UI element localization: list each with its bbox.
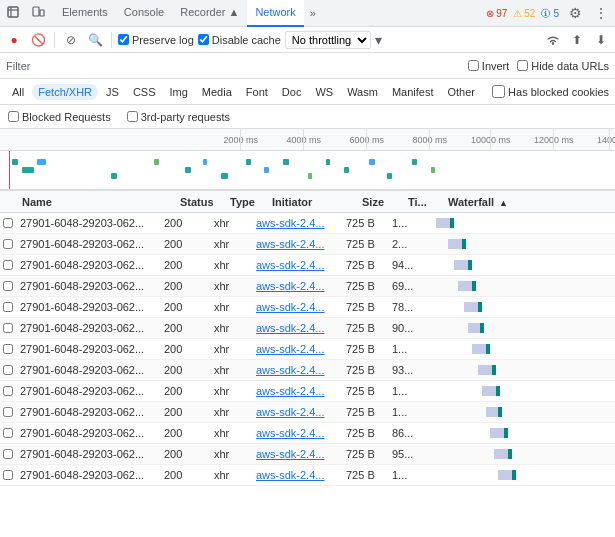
cell-initiator-12[interactable]: aws-sdk-2.4...	[252, 469, 342, 481]
type-filter-all[interactable]: All	[6, 84, 30, 100]
row-select-1[interactable]	[3, 239, 13, 249]
row-select-4[interactable]	[3, 302, 13, 312]
cell-initiator-10[interactable]: aws-sdk-2.4...	[252, 427, 342, 439]
header-status[interactable]: Status	[176, 196, 226, 208]
type-filter-css[interactable]: CSS	[127, 84, 162, 100]
cell-initiator-2[interactable]: aws-sdk-2.4...	[252, 259, 342, 271]
row-checkbox-4[interactable]	[0, 302, 16, 312]
type-filter-ws[interactable]: WS	[309, 84, 339, 100]
table-row[interactable]: 27901-6048-29203-062... 200 xhr aws-sdk-…	[0, 276, 615, 297]
error-badge[interactable]: ⊗ 97	[486, 8, 507, 19]
type-filter-media[interactable]: Media	[196, 84, 238, 100]
filter-input[interactable]	[38, 60, 459, 72]
search-button[interactable]: 🔍	[85, 30, 105, 50]
disable-cache-label[interactable]: Disable cache	[198, 34, 281, 46]
header-time[interactable]: Ti...	[404, 196, 444, 208]
table-row[interactable]: 27901-6048-29203-062... 200 xhr aws-sdk-…	[0, 444, 615, 465]
hide-data-urls-label[interactable]: Hide data URLs	[517, 60, 609, 72]
table-row[interactable]: 27901-6048-29203-062... 200 xhr aws-sdk-…	[0, 297, 615, 318]
row-checkbox-11[interactable]	[0, 449, 16, 459]
cell-initiator-8[interactable]: aws-sdk-2.4...	[252, 385, 342, 397]
blocked-requests-checkbox[interactable]	[8, 111, 19, 122]
type-filter-other[interactable]: Other	[441, 84, 481, 100]
row-checkbox-12[interactable]	[0, 470, 16, 480]
invert-checkbox[interactable]	[468, 60, 479, 71]
preserve-log-label[interactable]: Preserve log	[118, 34, 194, 46]
row-select-7[interactable]	[3, 365, 13, 375]
row-checkbox-7[interactable]	[0, 365, 16, 375]
cell-initiator-6[interactable]: aws-sdk-2.4...	[252, 343, 342, 355]
cell-initiator-0[interactable]: aws-sdk-2.4...	[252, 217, 342, 229]
cell-initiator-1[interactable]: aws-sdk-2.4...	[252, 238, 342, 250]
info-badge[interactable]: 🛈 5	[541, 8, 559, 19]
header-type[interactable]: Type	[226, 196, 268, 208]
invert-label[interactable]: Invert	[468, 60, 510, 72]
preserve-log-checkbox[interactable]	[118, 34, 129, 45]
table-row[interactable]: 27901-6048-29203-062... 200 xhr aws-sdk-…	[0, 381, 615, 402]
row-select-10[interactable]	[3, 428, 13, 438]
cell-initiator-9[interactable]: aws-sdk-2.4...	[252, 406, 342, 418]
disable-cache-checkbox[interactable]	[198, 34, 209, 45]
header-initiator[interactable]: Initiator	[268, 196, 358, 208]
row-select-3[interactable]	[3, 281, 13, 291]
tab-network[interactable]: Network	[247, 0, 303, 27]
row-select-8[interactable]	[3, 386, 13, 396]
upload-icon[interactable]: ⬆	[567, 30, 587, 50]
hide-data-urls-checkbox[interactable]	[517, 60, 528, 71]
filter-toggle-button[interactable]: ⊘	[61, 30, 81, 50]
row-select-9[interactable]	[3, 407, 13, 417]
row-select-0[interactable]	[3, 218, 13, 228]
settings-button[interactable]: ⚙	[565, 3, 585, 23]
tab-elements[interactable]: Elements	[54, 0, 116, 27]
third-party-checkbox[interactable]	[127, 111, 138, 122]
row-checkbox-9[interactable]	[0, 407, 16, 417]
type-filter-doc[interactable]: Doc	[276, 84, 308, 100]
table-row[interactable]: 27901-6048-29203-062... 200 xhr aws-sdk-…	[0, 339, 615, 360]
wifi-icon[interactable]	[543, 30, 563, 50]
table-row[interactable]: 27901-6048-29203-062... 200 xhr aws-sdk-…	[0, 465, 615, 486]
table-row[interactable]: 27901-6048-29203-062... 200 xhr aws-sdk-…	[0, 234, 615, 255]
row-checkbox-1[interactable]	[0, 239, 16, 249]
clear-button[interactable]: 🚫	[28, 30, 48, 50]
type-filter-manifest[interactable]: Manifest	[386, 84, 440, 100]
row-checkbox-6[interactable]	[0, 344, 16, 354]
cell-initiator-7[interactable]: aws-sdk-2.4...	[252, 364, 342, 376]
tab-more[interactable]: »	[304, 7, 322, 19]
type-filter-js[interactable]: JS	[100, 84, 125, 100]
device-toggle-icon[interactable]	[28, 3, 48, 23]
tab-recorder[interactable]: Recorder ▲	[172, 0, 247, 27]
header-name[interactable]: Name	[16, 196, 176, 208]
table-row[interactable]: 27901-6048-29203-062... 200 xhr aws-sdk-…	[0, 213, 615, 234]
row-select-5[interactable]	[3, 323, 13, 333]
type-filter-fetch/xhr[interactable]: Fetch/XHR	[32, 84, 98, 100]
download-icon[interactable]: ⬇	[591, 30, 611, 50]
type-filter-wasm[interactable]: Wasm	[341, 84, 384, 100]
tab-console[interactable]: Console	[116, 0, 172, 27]
warning-badge[interactable]: ⚠ 52	[513, 8, 535, 19]
throttle-select[interactable]: No throttling	[285, 31, 371, 49]
row-checkbox-5[interactable]	[0, 323, 16, 333]
table-row[interactable]: 27901-6048-29203-062... 200 xhr aws-sdk-…	[0, 402, 615, 423]
has-blocked-cookies-label[interactable]: Has blocked cookies	[492, 85, 609, 98]
row-checkbox-8[interactable]	[0, 386, 16, 396]
throttle-arrow[interactable]: ▾	[375, 32, 382, 48]
row-select-11[interactable]	[3, 449, 13, 459]
table-row[interactable]: 27901-6048-29203-062... 200 xhr aws-sdk-…	[0, 423, 615, 444]
row-checkbox-2[interactable]	[0, 260, 16, 270]
inspect-icon[interactable]	[4, 3, 24, 23]
row-checkbox-3[interactable]	[0, 281, 16, 291]
table-row[interactable]: 27901-6048-29203-062... 200 xhr aws-sdk-…	[0, 255, 615, 276]
third-party-label[interactable]: 3rd-party requests	[127, 111, 230, 123]
cell-initiator-4[interactable]: aws-sdk-2.4...	[252, 301, 342, 313]
type-filter-img[interactable]: Img	[164, 84, 194, 100]
row-select-12[interactable]	[3, 470, 13, 480]
has-blocked-cookies-checkbox[interactable]	[492, 85, 505, 98]
type-filter-font[interactable]: Font	[240, 84, 274, 100]
cell-initiator-3[interactable]: aws-sdk-2.4...	[252, 280, 342, 292]
row-select-6[interactable]	[3, 344, 13, 354]
table-row[interactable]: 27901-6048-29203-062... 200 xhr aws-sdk-…	[0, 360, 615, 381]
row-checkbox-0[interactable]	[0, 218, 16, 228]
header-waterfall[interactable]: Waterfall ▲	[444, 196, 615, 208]
more-options-button[interactable]: ⋮	[591, 3, 611, 23]
header-size[interactable]: Size	[358, 196, 404, 208]
